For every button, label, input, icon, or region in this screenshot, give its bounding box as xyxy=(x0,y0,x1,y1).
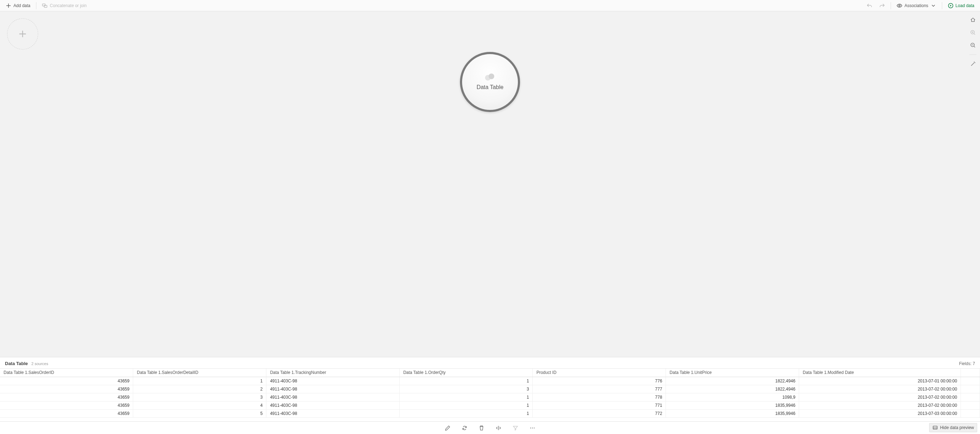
table-row[interactable]: 4365934911-403C-9817781098,92013-07-02 0… xyxy=(0,393,980,401)
delete-button[interactable] xyxy=(477,423,487,433)
table-cell-filler xyxy=(961,409,980,417)
canvas-side-tools xyxy=(968,15,978,69)
table-cell: 777 xyxy=(533,385,666,393)
table-cell: 4911-403C-98 xyxy=(266,401,399,409)
table-row[interactable]: 4365914911-403C-9817761822,49462013-07-0… xyxy=(0,377,980,385)
data-preview-table-wrap[interactable]: Data Table 1.SalesOrderIDData Table 1.Sa… xyxy=(0,368,980,421)
refresh-button[interactable] xyxy=(460,423,469,433)
svg-point-7 xyxy=(532,427,533,428)
table-cell: 772 xyxy=(533,409,666,417)
table-cell: 1 xyxy=(133,377,266,385)
table-cell: 1 xyxy=(399,401,533,409)
table-cell: 4911-403C-98 xyxy=(266,393,399,401)
toolbar-separator xyxy=(891,2,891,9)
trash-icon xyxy=(479,425,484,431)
table-cell-filler xyxy=(961,401,980,409)
table-cell: 2013-07-03 00:00:00 xyxy=(799,409,961,417)
panel-icon xyxy=(932,425,938,431)
fields-count: 7 xyxy=(972,361,975,366)
bottom-action-bar: Hide data preview xyxy=(0,421,980,434)
svg-point-2 xyxy=(899,5,900,6)
split-button[interactable] xyxy=(493,423,503,433)
table-cell: 4911-403C-98 xyxy=(266,385,399,393)
fields-label: Fields: xyxy=(959,361,972,366)
undo-button xyxy=(864,2,875,10)
svg-rect-1 xyxy=(44,5,47,7)
table-cell: 3 xyxy=(399,385,533,393)
data-table-bubble[interactable]: Data Table xyxy=(460,52,520,112)
table-cell: 1822,4946 xyxy=(666,385,799,393)
column-header[interactable]: Data Table 1.Modified Date xyxy=(799,369,961,377)
more-button[interactable] xyxy=(527,423,537,433)
bubble-label: Data Table xyxy=(477,84,503,91)
table-cell: 4911-403C-98 xyxy=(266,409,399,417)
table-row[interactable]: 4365954911-403C-9817721835,99462013-07-0… xyxy=(0,409,980,417)
column-header[interactable]: Data Table 1.OrderQty xyxy=(399,369,533,377)
table-cell: 43659 xyxy=(0,393,133,401)
column-header[interactable]: Data Table 1.SalesOrderID xyxy=(0,369,133,377)
plus-icon xyxy=(18,29,27,39)
filter-icon xyxy=(512,425,518,431)
table-cell: 4911-403C-98 xyxy=(266,377,399,385)
column-header[interactable]: Product ID xyxy=(533,369,666,377)
home-button[interactable] xyxy=(968,15,978,25)
preview-fields: Fields: 7 xyxy=(959,361,975,366)
table-cell: 43659 xyxy=(0,401,133,409)
table-cell: 2013-07-02 00:00:00 xyxy=(799,401,961,409)
refresh-icon xyxy=(462,425,468,431)
toolbar-separator xyxy=(942,2,942,9)
table-row[interactable]: 4365944911-403C-9817711835,99462013-07-0… xyxy=(0,401,980,409)
data-preview-table: Data Table 1.SalesOrderIDData Table 1.Sa… xyxy=(0,369,980,418)
concat-join-label: Concatenate or join xyxy=(50,3,87,8)
associations-button[interactable]: Associations xyxy=(894,2,939,10)
table-cell: 2013-07-02 00:00:00 xyxy=(799,393,961,401)
table-cell: 1822,4946 xyxy=(666,377,799,385)
column-header[interactable]: Data Table 1.SalesOrderDetailID xyxy=(133,369,266,377)
merge-icon xyxy=(42,3,48,8)
column-header[interactable]: Data Table 1.UnitPrice xyxy=(666,369,799,377)
zoom-out-icon xyxy=(970,42,976,48)
load-data-button[interactable]: Load data xyxy=(945,2,977,10)
play-circle-icon xyxy=(948,3,953,8)
preview-header: Data Table 2 sources Fields: 7 xyxy=(0,357,980,368)
table-cell: 776 xyxy=(533,377,666,385)
canvas[interactable]: Data Table xyxy=(0,11,980,357)
table-cell: 1835,9946 xyxy=(666,409,799,417)
column-header-filler xyxy=(961,369,980,377)
svg-rect-9 xyxy=(933,426,937,429)
table-header-row: Data Table 1.SalesOrderIDData Table 1.Sa… xyxy=(0,369,980,377)
redo-button xyxy=(877,2,888,10)
split-icon xyxy=(496,425,501,431)
chevron-down-icon xyxy=(931,3,936,8)
table-cell: 1835,9946 xyxy=(666,401,799,409)
column-header[interactable]: Data Table 1.TrackingNumber xyxy=(266,369,399,377)
table-row[interactable]: 4365924911-403C-9837771822,49462013-07-0… xyxy=(0,385,980,393)
table-cell: 1 xyxy=(399,377,533,385)
load-data-label: Load data xyxy=(956,3,974,8)
table-cell: 778 xyxy=(533,393,666,401)
svg-point-6 xyxy=(530,427,531,428)
wand-icon xyxy=(970,61,976,67)
table-cell: 4 xyxy=(133,401,266,409)
table-cell: 43659 xyxy=(0,377,133,385)
zoom-in-button[interactable] xyxy=(968,27,978,37)
table-cell-filler xyxy=(961,377,980,385)
filter-button xyxy=(511,423,520,433)
magic-wand-button[interactable] xyxy=(968,59,978,69)
table-cell: 1 xyxy=(399,393,533,401)
more-icon xyxy=(530,425,535,431)
home-icon xyxy=(970,17,976,22)
table-cell: 2 xyxy=(133,385,266,393)
side-separator xyxy=(969,54,977,55)
edit-button[interactable] xyxy=(443,423,453,433)
zoom-out-button[interactable] xyxy=(968,40,978,50)
add-table-bubble[interactable] xyxy=(7,18,38,49)
associations-label: Associations xyxy=(904,3,928,8)
hide-preview-button[interactable]: Hide data preview xyxy=(929,423,977,432)
table-cell: 1 xyxy=(399,409,533,417)
table-cell: 1098,9 xyxy=(666,393,799,401)
table-cell-filler xyxy=(961,393,980,401)
pencil-icon xyxy=(445,425,450,431)
add-data-label: Add data xyxy=(13,3,30,8)
add-data-button[interactable]: Add data xyxy=(3,2,33,10)
